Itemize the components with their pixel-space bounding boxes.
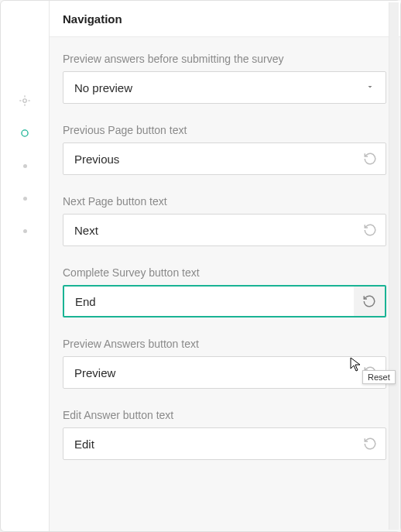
field-label: Preview answers before submitting the su… <box>63 53 386 65</box>
rail-item-3[interactable] <box>18 159 32 173</box>
reset-tooltip: Reset <box>362 370 396 384</box>
section-header[interactable]: Navigation <box>49 1 400 37</box>
reset-button[interactable] <box>355 428 386 459</box>
field-prev-text: Previous Page button text <box>63 124 386 175</box>
field-label: Complete Survey button text <box>63 266 386 279</box>
settings-panel: Navigation Preview answers before submit… <box>0 0 401 532</box>
complete-text-input-wrap <box>63 285 386 317</box>
prev-text-input[interactable] <box>63 143 355 174</box>
section-title: Navigation <box>63 12 122 26</box>
field-preview-text: Preview Answers button text <box>63 338 386 389</box>
field-preview-mode: Preview answers before submitting the su… <box>63 53 386 104</box>
scrollbar[interactable] <box>389 2 399 530</box>
field-next-text: Next Page button text <box>63 195 386 246</box>
reset-button[interactable] <box>354 287 385 316</box>
reset-icon <box>362 294 376 308</box>
reset-button[interactable] <box>355 215 386 245</box>
reset-icon <box>363 437 377 451</box>
next-text-input-wrap <box>63 214 386 246</box>
preview-mode-select[interactable]: No preview <box>63 71 386 104</box>
select-value: No preview <box>74 81 365 94</box>
reset-icon <box>363 152 377 166</box>
field-label: Edit Answer button text <box>63 409 386 421</box>
panel: Navigation Preview answers before submit… <box>49 1 400 531</box>
complete-text-input[interactable] <box>64 287 354 316</box>
field-label: Next Page button text <box>63 195 386 208</box>
prev-text-input-wrap <box>63 142 386 175</box>
field-edit-text: Edit Answer button text <box>63 409 386 460</box>
rail-general-icon[interactable] <box>18 94 32 108</box>
svg-point-0 <box>23 99 27 103</box>
divider <box>49 1 50 531</box>
svg-point-5 <box>22 130 28 136</box>
section-rail <box>1 1 49 531</box>
reset-icon <box>363 223 377 237</box>
preview-text-input[interactable] <box>63 357 355 388</box>
rail-navigation-icon[interactable] <box>18 126 32 140</box>
reset-button[interactable] <box>355 143 386 174</box>
rail-item-4[interactable] <box>18 191 32 205</box>
chevron-down-icon <box>365 81 375 94</box>
field-complete-text: Complete Survey button text <box>63 266 386 317</box>
edit-text-input-wrap <box>63 427 386 460</box>
next-text-input[interactable] <box>63 215 355 245</box>
section-body: Preview answers before submitting the su… <box>49 37 400 531</box>
preview-text-input-wrap <box>63 356 386 389</box>
field-label: Preview Answers button text <box>63 338 386 350</box>
rail-item-5[interactable] <box>18 224 32 238</box>
field-label: Previous Page button text <box>63 124 386 136</box>
edit-text-input[interactable] <box>63 428 355 459</box>
